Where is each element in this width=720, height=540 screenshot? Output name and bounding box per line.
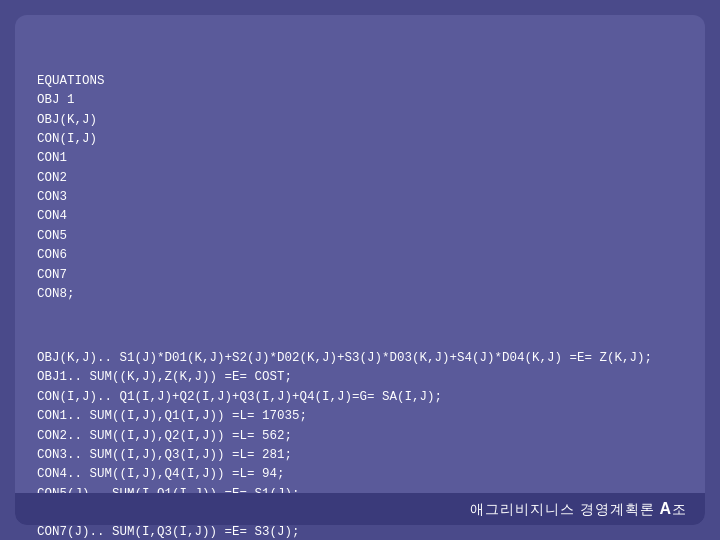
equations-header: EQUATIONS [37, 72, 683, 91]
code-line-6: CON4.. SUM((I,J),Q4(I,J)) =L= 94; [37, 465, 683, 484]
footer-bar: 애그리비지니스 경영계획론 A조 [15, 493, 705, 525]
equations-item-0: OBJ 1 [37, 91, 683, 110]
equations-item-5: CON3 [37, 188, 683, 207]
equations-item-8: CON6 [37, 246, 683, 265]
code-line-2: CON(I,J).. Q1(I,J)+Q2(I,J)+Q3(I,J)+Q4(I,… [37, 388, 683, 407]
code-line-3: CON1.. SUM((I,J),Q1(I,J)) =L= 17035; [37, 407, 683, 426]
equations-item-6: CON4 [37, 207, 683, 226]
code-content: EQUATIONSOBJ 1OBJ(K,J)CON(I,J)CON1CON2CO… [37, 33, 683, 540]
equations-item-9: CON7 [37, 266, 683, 285]
footer-bold-a: A [659, 500, 672, 517]
equations-item-4: CON2 [37, 169, 683, 188]
equations-item-2: CON(I,J) [37, 130, 683, 149]
equations-item-10: CON8; [37, 285, 683, 304]
footer-suffix: 조 [672, 501, 687, 517]
equations-item-7: CON5 [37, 227, 683, 246]
code-line-0: OBJ(K,J).. S1(J)*D01(K,J)+S2(J)*D02(K,J)… [37, 349, 683, 368]
code-line-4: CON2.. SUM((I,J),Q2(I,J)) =L= 562; [37, 427, 683, 446]
code-line-1: OBJ1.. SUM((K,J),Z(K,J)) =E= COST; [37, 368, 683, 387]
main-container: EQUATIONSOBJ 1OBJ(K,J)CON(I,J)CON1CON2CO… [15, 15, 705, 525]
footer-main-text: 애그리비지니스 경영계획론 [470, 501, 660, 517]
equations-section: EQUATIONSOBJ 1OBJ(K,J)CON(I,J)CON1CON2CO… [37, 72, 683, 305]
code-line-5: CON3.. SUM((I,J),Q3(I,J)) =L= 281; [37, 446, 683, 465]
equations-item-3: CON1 [37, 149, 683, 168]
footer-text: 애그리비지니스 경영계획론 A조 [470, 500, 687, 519]
code-line-9: CON7(J).. SUM(I,Q3(I,J)) =E= S3(J); [37, 523, 683, 540]
equations-item-1: OBJ(K,J) [37, 111, 683, 130]
